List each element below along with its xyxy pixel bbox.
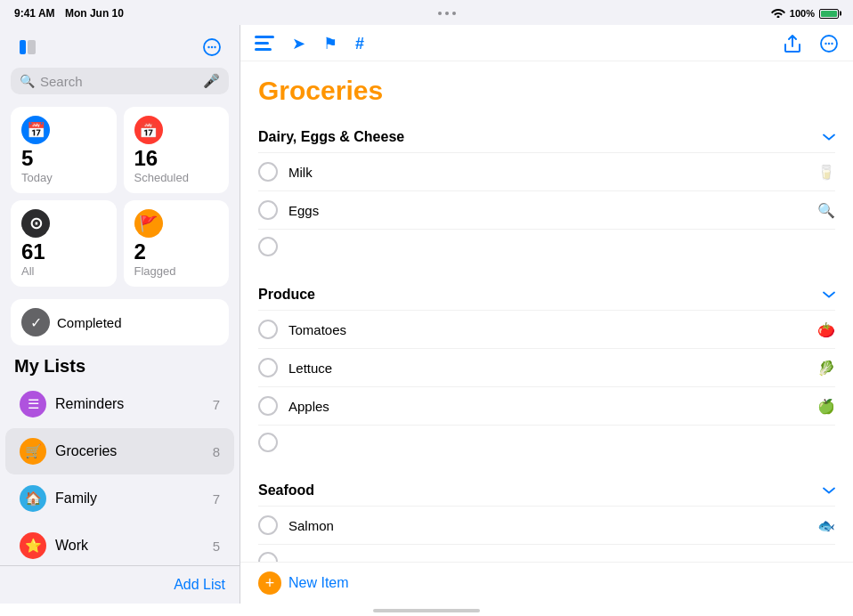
section-title-dairy: Dairy, Eggs & Cheese	[258, 129, 404, 145]
mic-icon[interactable]: 🎤	[203, 73, 220, 89]
section-seafood: Seafood Salmon 🐟	[258, 474, 835, 562]
add-list-button[interactable]: Add List	[0, 565, 240, 604]
sidebar-toggle-button[interactable]	[14, 34, 41, 61]
today-count: 5	[21, 148, 106, 169]
groceries-name: Groceries	[55, 443, 204, 459]
sidebar: 🔍 Search 🎤 📅 5 Today 📅 16 Scheduled ⊙ 61	[0, 25, 240, 604]
smart-list-all[interactable]: ⊙ 61 All	[11, 200, 117, 287]
status-indicators: 100%	[771, 7, 839, 20]
list-item-family[interactable]: 🏠 Family 7	[5, 475, 234, 522]
section-header-seafood[interactable]: Seafood	[258, 474, 835, 507]
search-bar[interactable]: 🔍 Search 🎤	[11, 68, 229, 94]
reminder-checkbox-eggs[interactable]	[258, 200, 278, 220]
svg-point-3	[207, 46, 209, 48]
svg-rect-6	[255, 36, 274, 38]
new-item-button[interactable]: + New Item	[258, 571, 349, 595]
add-list-label: Add List	[174, 577, 225, 592]
produce-add-circle[interactable]	[258, 433, 278, 452]
scheduled-count: 16	[134, 148, 219, 169]
sidebar-more-button[interactable]	[199, 34, 225, 61]
reminder-checkbox-salmon[interactable]	[258, 515, 278, 535]
reminder-text-apples: Apples	[288, 399, 807, 414]
detail-content: Groceries Dairy, Eggs & Cheese Milk 🥛	[240, 61, 853, 562]
my-lists-title: My Lists	[14, 356, 85, 376]
location-icon[interactable]: ➤	[292, 34, 305, 53]
detail-bottom-bar: + New Item	[240, 562, 853, 604]
share-icon[interactable]	[784, 34, 801, 53]
section-produce: Produce Tomatoes 🍅 Lettuce 🥬	[258, 278, 835, 459]
smart-list-today[interactable]: 📅 5 Today	[11, 107, 117, 193]
svg-point-4	[211, 46, 213, 48]
groceries-count: 8	[213, 444, 220, 459]
smart-lists-grid: 📅 5 Today 📅 16 Scheduled ⊙ 61 All 🚩 2 Fl…	[0, 103, 240, 296]
dot1	[438, 12, 442, 15]
reminder-checkbox-apples[interactable]	[258, 396, 278, 416]
more-options-icon[interactable]	[819, 34, 839, 53]
flagged-icon: 🚩	[134, 209, 163, 238]
all-icon: ⊙	[21, 209, 50, 238]
section-dairy: Dairy, Eggs & Cheese Milk 🥛 Eggs 🔍	[258, 120, 835, 263]
new-item-plus-icon: +	[258, 571, 281, 595]
search-icon: 🔍	[20, 74, 35, 88]
hashtag-icon[interactable]: #	[355, 35, 364, 53]
flagged-count: 2	[134, 241, 219, 263]
section-header-dairy[interactable]: Dairy, Eggs & Cheese	[258, 120, 835, 153]
lettuce-emoji: 🥬	[817, 360, 835, 377]
section-title-seafood: Seafood	[258, 482, 314, 498]
svg-point-10	[825, 43, 826, 45]
svg-point-5	[214, 46, 215, 48]
status-time: 9:41 AM Mon Jun 10	[14, 7, 124, 20]
home-indicator	[0, 604, 853, 616]
flagged-label: Flagged	[134, 264, 219, 278]
battery-percent: 100%	[790, 8, 815, 19]
list-items: ☰ Reminders 7 🛒 Groceries 8 🏠 Family 7 ⭐…	[0, 380, 240, 565]
sidebar-header	[0, 25, 240, 68]
reminder-text-milk: Milk	[288, 165, 807, 180]
reminder-checkbox-lettuce[interactable]	[258, 358, 278, 377]
reminder-lettuce: Lettuce 🥬	[258, 349, 835, 387]
reminder-checkbox-milk[interactable]	[258, 162, 278, 182]
toolbar-left-icons: ➤ ⚑ #	[255, 34, 364, 53]
smart-list-flagged[interactable]: 🚩 2 Flagged	[124, 200, 230, 287]
flag-icon[interactable]: ⚑	[323, 34, 337, 53]
today-label: Today	[21, 171, 106, 184]
completed-label: Completed	[57, 315, 122, 330]
reminder-checkbox-tomatoes[interactable]	[258, 320, 278, 339]
completed-item[interactable]: ✓ Completed	[11, 299, 229, 345]
new-item-label: New Item	[288, 575, 349, 591]
reminders-count: 7	[213, 397, 220, 412]
list-item-groceries[interactable]: 🛒 Groceries 8	[5, 428, 234, 474]
reminder-salmon: Salmon 🐟	[258, 507, 835, 545]
list-item-work[interactable]: ⭐ Work 5	[5, 523, 234, 565]
dairy-add-circle[interactable]	[258, 237, 278, 256]
reminder-tomatoes: Tomatoes 🍅	[258, 311, 835, 349]
today-icon: 📅	[21, 116, 50, 144]
smart-list-scheduled[interactable]: 📅 16 Scheduled	[124, 107, 230, 193]
produce-add-row	[258, 426, 835, 459]
reminders-name: Reminders	[55, 396, 204, 412]
salmon-emoji: 🐟	[817, 517, 835, 534]
details-icon[interactable]	[255, 36, 274, 52]
scheduled-icon: 📅	[134, 116, 163, 144]
svg-rect-8	[255, 48, 272, 51]
list-detail-title: Groceries	[258, 76, 835, 106]
date: Mon Jun 10	[65, 7, 124, 20]
seafood-add-circle[interactable]	[258, 552, 278, 562]
reminder-text-tomatoes: Tomatoes	[288, 322, 807, 337]
main-layout: 🔍 Search 🎤 📅 5 Today 📅 16 Scheduled ⊙ 61	[0, 25, 853, 604]
work-count: 5	[213, 539, 220, 554]
all-count: 61	[21, 241, 106, 263]
svg-rect-0	[20, 40, 26, 54]
detail-toolbar: ➤ ⚑ #	[240, 25, 853, 61]
section-title-produce: Produce	[258, 287, 315, 303]
dot2	[445, 12, 449, 15]
list-item-reminders[interactable]: ☰ Reminders 7	[5, 381, 234, 427]
completed-icon: ✓	[21, 308, 50, 336]
work-icon: ⭐	[20, 532, 46, 559]
dairy-add-row	[258, 230, 835, 263]
svg-point-12	[831, 43, 833, 45]
svg-rect-1	[28, 40, 36, 54]
milk-emoji: 🥛	[817, 164, 835, 181]
section-header-produce[interactable]: Produce	[258, 278, 835, 311]
reminder-text-eggs: Eggs	[288, 203, 807, 218]
